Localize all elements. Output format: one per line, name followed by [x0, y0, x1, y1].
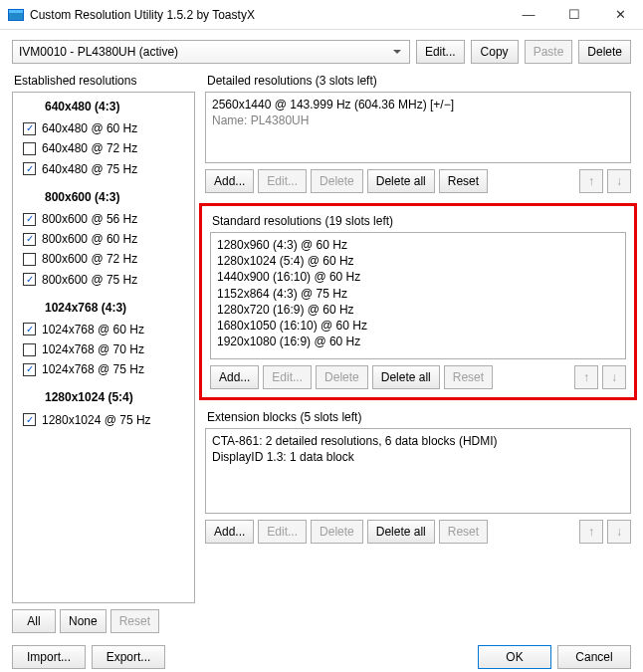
resolution-checkbox-row[interactable]: 1024x768 @ 75 Hz [19, 359, 188, 379]
extension-down-button: ↓ [607, 520, 631, 544]
group-header: 640x480 (4:3) [19, 99, 188, 114]
copy-button[interactable]: Copy [471, 40, 519, 64]
resolution-label: 800x600 @ 56 Hz [42, 211, 137, 227]
close-button[interactable]: ✕ [597, 0, 643, 30]
resolution-label: 1024x768 @ 70 Hz [42, 341, 144, 357]
established-label: Established resolutions [14, 74, 195, 88]
standard-highlight: Standard resolutions (19 slots left) 128… [199, 203, 637, 400]
group-header: 800x600 (4:3) [19, 189, 188, 205]
detailed-panel: Detailed resolutions (3 slots left) 2560… [205, 74, 631, 193]
resolution-label: 800x600 @ 72 Hz [42, 251, 137, 267]
resolution-checkbox-row[interactable]: 640x480 @ 72 Hz [19, 138, 188, 158]
detailed-item-name[interactable]: Name: PL4380UH [212, 112, 624, 128]
detailed-label: Detailed resolutions (3 slots left) [207, 74, 631, 88]
extension-item[interactable]: DisplayID 1.3: 1 data block [212, 449, 624, 465]
app-icon [8, 9, 24, 21]
checkbox-icon[interactable] [23, 343, 36, 356]
established-reset-button: Reset [110, 609, 159, 633]
extension-add-button[interactable]: Add... [205, 520, 254, 544]
resolution-checkbox-row[interactable]: 1280x1024 @ 75 Hz [19, 410, 188, 430]
all-button[interactable]: All [12, 609, 56, 633]
standard-deleteall-button[interactable]: Delete all [372, 365, 440, 389]
detailed-list[interactable]: 2560x1440 @ 143.999 Hz (604.36 MHz) [+/−… [205, 92, 631, 163]
standard-up-button: ↑ [574, 365, 598, 389]
resolution-checkbox-row[interactable]: 640x480 @ 60 Hz [19, 118, 188, 138]
detailed-down-button: ↓ [607, 169, 631, 193]
group-header: 1024x768 (4:3) [19, 300, 188, 316]
standard-edit-button: Edit... [263, 365, 312, 389]
paste-button: Paste [525, 40, 573, 64]
detailed-edit-button: Edit... [258, 169, 307, 193]
extension-panel: Extension blocks (5 slots left) CTA-861:… [205, 410, 631, 544]
maximize-button[interactable]: ☐ [551, 0, 597, 30]
resolution-checkbox-row[interactable]: 800x600 @ 56 Hz [19, 209, 188, 229]
checkbox-icon[interactable] [23, 323, 36, 336]
standard-item[interactable]: 1280x720 (16:9) @ 60 Hz [217, 302, 619, 318]
delete-display-button[interactable]: Delete [578, 40, 631, 64]
extension-list[interactable]: CTA-861: 2 detailed resolutions, 6 data … [205, 428, 631, 514]
detailed-add-button[interactable]: Add... [205, 169, 254, 193]
minimize-button[interactable]: — [506, 0, 551, 30]
detailed-deleteall-button[interactable]: Delete all [367, 169, 435, 193]
standard-item[interactable]: 1920x1080 (16:9) @ 60 Hz [217, 334, 619, 349]
extension-edit-button: Edit... [258, 520, 307, 544]
detailed-up-button: ↑ [579, 169, 603, 193]
window-title: Custom Resolution Utility 1.5.2 by Toast… [30, 8, 506, 22]
standard-item[interactable]: 1280x1024 (5:4) @ 60 Hz [217, 253, 619, 269]
resolution-checkbox-row[interactable]: 1024x768 @ 70 Hz [19, 339, 188, 359]
resolution-checkbox-row[interactable]: 1024x768 @ 60 Hz [19, 320, 188, 339]
standard-add-button[interactable]: Add... [210, 365, 259, 389]
checkbox-icon[interactable] [23, 233, 36, 246]
standard-down-button: ↓ [602, 365, 626, 389]
resolution-label: 640x480 @ 72 Hz [42, 140, 137, 156]
resolution-label: 800x600 @ 60 Hz [42, 231, 137, 247]
standard-item[interactable]: 1440x900 (16:10) @ 60 Hz [217, 269, 619, 285]
standard-delete-button: Delete [316, 365, 368, 389]
resolution-checkbox-row[interactable]: 640x480 @ 75 Hz [19, 159, 188, 179]
detailed-delete-button: Delete [311, 169, 363, 193]
standard-panel: Standard resolutions (19 slots left) 128… [210, 214, 626, 389]
checkbox-icon[interactable] [23, 363, 36, 376]
resolution-label: 1024x768 @ 75 Hz [42, 361, 144, 377]
group-header: 1280x1024 (5:4) [19, 389, 188, 405]
display-dropdown-value: IVM0010 - PL4380UH (active) [19, 45, 178, 59]
detailed-reset-button[interactable]: Reset [439, 169, 488, 193]
checkbox-icon[interactable] [23, 273, 36, 286]
checkbox-icon[interactable] [23, 213, 36, 226]
checkbox-icon[interactable] [23, 253, 36, 266]
standard-label: Standard resolutions (19 slots left) [212, 214, 626, 228]
resolution-checkbox-row[interactable]: 800x600 @ 72 Hz [19, 249, 188, 269]
edit-display-button[interactable]: Edit... [416, 40, 465, 64]
import-button[interactable]: Import... [12, 645, 86, 669]
resolution-label: 1024x768 @ 60 Hz [42, 322, 144, 337]
extension-delete-button: Delete [311, 520, 363, 544]
standard-list[interactable]: 1280x960 (4:3) @ 60 Hz1280x1024 (5:4) @ … [210, 232, 626, 359]
ok-button[interactable]: OK [478, 645, 551, 669]
cancel-button[interactable]: Cancel [557, 645, 631, 669]
resolution-checkbox-row[interactable]: 800x600 @ 60 Hz [19, 229, 188, 249]
checkbox-icon[interactable] [23, 142, 36, 155]
none-button[interactable]: None [60, 609, 107, 633]
established-list[interactable]: 640x480 (4:3)640x480 @ 60 Hz640x480 @ 72… [12, 92, 195, 603]
resolution-label: 640x480 @ 75 Hz [42, 161, 137, 177]
checkbox-icon[interactable] [23, 413, 36, 426]
resolution-label: 800x600 @ 75 Hz [42, 272, 137, 288]
standard-reset-button: Reset [444, 365, 493, 389]
extension-deleteall-button[interactable]: Delete all [367, 520, 435, 544]
extension-up-button: ↑ [579, 520, 603, 544]
checkbox-icon[interactable] [23, 162, 36, 175]
standard-item[interactable]: 1280x960 (4:3) @ 60 Hz [217, 237, 619, 253]
display-dropdown[interactable]: IVM0010 - PL4380UH (active) [12, 40, 410, 64]
resolution-checkbox-row[interactable]: 800x600 @ 75 Hz [19, 270, 188, 290]
checkbox-icon[interactable] [23, 122, 36, 135]
titlebar: Custom Resolution Utility 1.5.2 by Toast… [0, 0, 643, 30]
detailed-item[interactable]: 2560x1440 @ 143.999 Hz (604.36 MHz) [+/−… [212, 97, 624, 112]
extension-reset-button: Reset [439, 520, 488, 544]
export-button[interactable]: Export... [92, 645, 165, 669]
resolution-label: 1280x1024 @ 75 Hz [42, 412, 151, 428]
extension-item[interactable]: CTA-861: 2 detailed resolutions, 6 data … [212, 433, 624, 449]
standard-item[interactable]: 1152x864 (4:3) @ 75 Hz [217, 286, 619, 302]
extension-label: Extension blocks (5 slots left) [207, 410, 631, 424]
resolution-label: 640x480 @ 60 Hz [42, 120, 137, 136]
standard-item[interactable]: 1680x1050 (16:10) @ 60 Hz [217, 318, 619, 334]
